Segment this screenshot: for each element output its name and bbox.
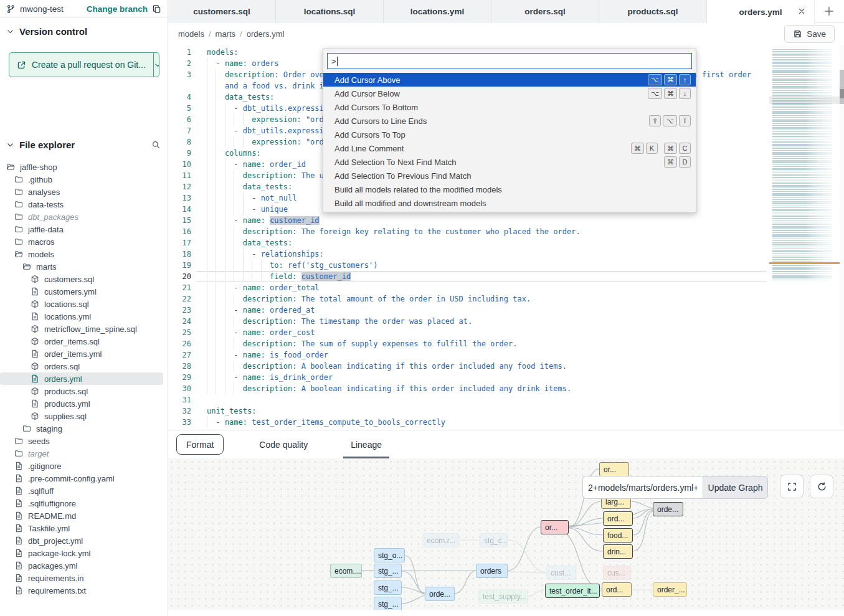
palette-item-add-line-comment[interactable]: Add Line Comment⌘K⌘C <box>323 141 696 155</box>
tree-item-target[interactable]: target <box>0 447 168 460</box>
lineage-node-orde-[interactable]: orde... <box>425 587 455 601</box>
tree-item-readme-md[interactable]: README.md <box>0 509 168 522</box>
tree-item-locations-sql[interactable]: locations.sql <box>0 298 168 310</box>
graph-filter-input[interactable] <box>582 476 703 499</box>
lineage-node-drin-[interactable]: drin... <box>603 544 633 559</box>
tree-item-dbt-project-yml[interactable]: dbt_project.yml <box>0 534 168 547</box>
tree-item-taskfile-yml[interactable]: Taskfile.yml <box>0 522 168 534</box>
minimap[interactable] <box>769 47 840 428</box>
editor-line[interactable]: 27- name: is_food_order <box>168 349 844 361</box>
palette-item-add-cursor-below[interactable]: Add Cursor Below⌥⌘↓ <box>323 87 696 100</box>
lineage-node-stg-[interactable]: stg_... <box>374 597 402 610</box>
tree-item-package-lock-yml[interactable]: package-lock.yml <box>0 547 168 559</box>
breadcrumb-marts[interactable]: marts <box>216 29 236 39</box>
tree-item-dbt-packages[interactable]: dbt_packages <box>0 211 168 223</box>
editor-line[interactable]: 33- name: test_order_items_compute_to_bo… <box>168 417 844 428</box>
editor-line[interactable]: 16description: The foreign key relating … <box>168 226 844 237</box>
lineage-node-ecom-[interactable]: ecom.... <box>330 564 362 578</box>
copy-branch-icon[interactable] <box>152 4 161 14</box>
lineage-node-stg-[interactable]: stg_... <box>374 580 402 595</box>
tree-item-locations-yml[interactable]: locations.yml <box>0 310 168 323</box>
palette-item-add-cursors-to-line-ends[interactable]: Add Cursors to Line Ends⇧⌥I <box>323 114 696 128</box>
command-palette-input[interactable]: > <box>327 53 692 69</box>
editor-line[interactable]: 22description: The total amount of the o… <box>168 293 844 305</box>
palette-item-add-selection-to-next-find-match[interactable]: Add Selection To Next Find Match⌘D <box>323 155 696 169</box>
lineage-node-stg-[interactable]: stg_... <box>374 564 402 578</box>
tree-item-products-sql[interactable]: products.sql <box>0 385 168 397</box>
lineage-node-test-order-it-[interactable]: test_order_it... <box>545 584 600 598</box>
refresh-button[interactable] <box>810 475 833 498</box>
editor-line[interactable]: 30description: A boolean indicating if t… <box>168 383 844 394</box>
tab-code-quality[interactable]: Code quality <box>252 430 315 458</box>
tab-orders-yml[interactable]: orders.yml <box>707 0 815 24</box>
editor-current-line[interactable]: 20field: customer_id <box>168 271 844 282</box>
tree-item-analyses[interactable]: analyses <box>0 186 168 198</box>
lineage-node-ord-[interactable]: ord... <box>602 582 632 597</box>
tree-item-customers-yml[interactable]: customers.yml <box>0 285 168 298</box>
format-button[interactable]: Format <box>176 434 224 455</box>
lineage-node-ord-[interactable]: ord... <box>603 511 633 526</box>
editor-line[interactable]: 15- name: customer_id <box>168 215 844 226</box>
lineage-node-ecom-r-[interactable]: ecom.r... <box>422 533 459 547</box>
editor-line[interactable]: 23- name: ordered_at <box>168 305 844 316</box>
lineage-node-food-[interactable]: food... <box>603 528 633 543</box>
scrollbar-thumb[interactable] <box>840 70 844 104</box>
tree-item-orders-sql[interactable]: orders.sql <box>0 360 168 372</box>
search-icon[interactable] <box>151 140 161 149</box>
tree-item-order-items-yml[interactable]: order_items.yml <box>0 348 168 360</box>
tree-item--gitignore[interactable]: .gitignore <box>0 460 168 472</box>
tab-products-sql[interactable]: products.sql <box>599 0 707 23</box>
editor-line[interactable]: 24description: The timestamp the order w… <box>168 316 844 327</box>
tree-item--github[interactable]: .github <box>0 173 168 186</box>
editor-line[interactable]: 26description: The sum of supply expense… <box>168 338 844 349</box>
tree-item-supplies-sql[interactable]: supplies.sql <box>0 410 168 422</box>
palette-item-build-all-models-related-to-the-modified-models[interactable]: Build all models related to the modified… <box>323 182 696 196</box>
editor-line[interactable]: 21- name: order_total <box>168 282 844 293</box>
palette-item-add-cursor-above[interactable]: Add Cursor Above⌥⌘↑ <box>323 73 696 87</box>
new-tab-button[interactable] <box>815 0 843 22</box>
tree-item--pre-commit-config-yaml[interactable]: .pre-commit-config.yaml <box>0 472 168 485</box>
editor-line[interactable]: 29- name: is_drink_order <box>168 372 844 383</box>
editor-line[interactable]: 32unit_tests: <box>168 405 844 417</box>
lineage-node-cust-[interactable]: cust... <box>546 566 576 580</box>
palette-item-add-selection-to-previous-find-match[interactable]: Add Selection To Previous Find Match <box>323 169 696 182</box>
tree-item-models[interactable]: models <box>0 248 168 260</box>
lineage-node-or-[interactable]: or... <box>541 520 569 534</box>
file-explorer-header[interactable]: File explorer <box>0 136 168 154</box>
palette-item-add-cursors-to-top[interactable]: Add Cursors To Top <box>323 128 696 141</box>
tree-item-seeds[interactable]: seeds <box>0 435 168 447</box>
tree-item-marts[interactable]: marts <box>0 260 168 273</box>
tree-item-macros[interactable]: macros <box>0 235 168 248</box>
save-button[interactable]: Save <box>784 25 835 43</box>
tab-lineage[interactable]: Lineage <box>343 430 389 458</box>
tree-item-requirements-in[interactable]: requirements.in <box>0 572 168 584</box>
tab-orders-sql[interactable]: orders.sql <box>491 0 599 23</box>
palette-item-add-cursors-to-bottom[interactable]: Add Cursors To Bottom <box>323 100 696 114</box>
close-icon[interactable] <box>797 7 806 16</box>
tree-item-jaffle-data[interactable]: jaffle-data <box>0 223 168 235</box>
tree-item--sqlfluff[interactable]: .sqlfluff <box>0 485 168 497</box>
tree-item-metricflow-time-spine-sql[interactable]: metricflow_time_spine.sql <box>0 323 168 335</box>
editor-line[interactable]: 18- relationships: <box>168 249 844 260</box>
pr-dropdown-caret[interactable] <box>154 53 159 77</box>
tab-locations-yml[interactable]: locations.yml <box>384 0 491 23</box>
version-control-header[interactable]: Version control <box>0 18 168 42</box>
editor-line[interactable]: 31 <box>168 394 844 405</box>
tree-item-jaffle-shop[interactable]: jaffle-shop <box>0 161 168 173</box>
breadcrumb-models[interactable]: models <box>178 29 204 39</box>
editor-line[interactable]: 28description: A boolean indicating if t… <box>168 361 844 372</box>
lineage-node-cus-[interactable]: cus... <box>603 566 631 580</box>
breadcrumb-file[interactable]: orders.yml <box>247 29 285 39</box>
minimap-viewport[interactable] <box>769 97 840 104</box>
tab-locations-sql[interactable]: locations.sql <box>276 0 384 23</box>
tree-item-products-yml[interactable]: products.yml <box>0 397 168 410</box>
editor-line[interactable]: 17data_tests: <box>168 237 844 249</box>
lineage-node-orders[interactable]: orders <box>476 564 508 578</box>
lineage-node-orde-[interactable]: orde... <box>653 502 683 516</box>
create-pr-button[interactable]: Create a pull request on Git... <box>9 52 159 77</box>
editor-line[interactable]: 19to: ref('stg_customers') <box>168 260 844 271</box>
tree-item--sqlfluffignore[interactable]: .sqlfluffignore <box>0 497 168 509</box>
tree-item-data-tests[interactable]: data-tests <box>0 198 168 211</box>
lineage-node-order-[interactable]: order_... <box>653 582 687 597</box>
editor-scrollbar[interactable] <box>840 45 844 426</box>
